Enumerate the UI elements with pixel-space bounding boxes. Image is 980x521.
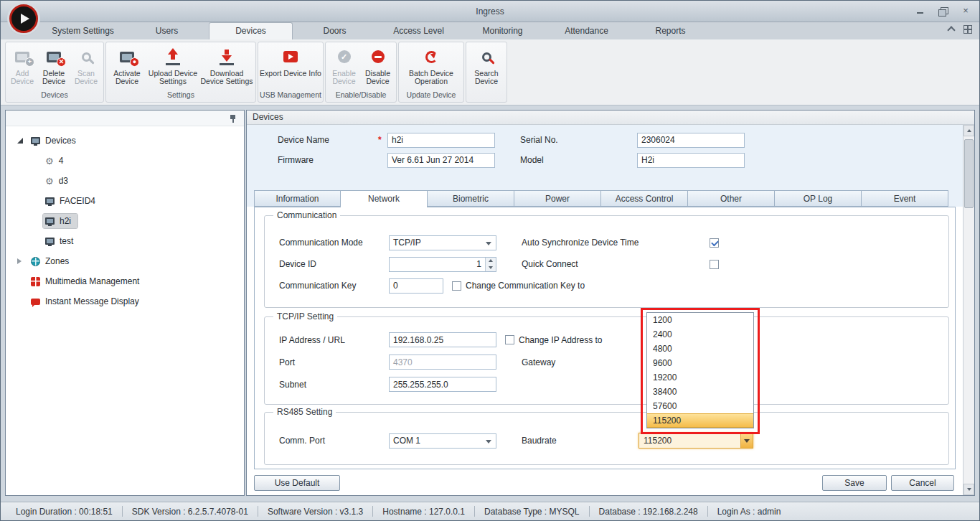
use-default-button[interactable]: Use Default — [254, 475, 340, 491]
tab-monitoring[interactable]: Monitoring — [461, 22, 545, 39]
sidebar-item-d3[interactable]: ⚙d3 — [6, 171, 244, 191]
tab-reports[interactable]: Reports — [628, 22, 712, 39]
tab-network[interactable]: Network — [341, 190, 428, 207]
delete-device-icon: ✕ — [47, 46, 61, 67]
sidebar-item-devices[interactable]: Devices — [6, 131, 244, 151]
tab-doors[interactable]: Doors — [293, 22, 377, 39]
layout-grid-icon[interactable] — [963, 25, 972, 34]
add-device-button[interactable]: + Add Device — [7, 44, 37, 90]
cancel-button[interactable]: Cancel — [891, 475, 954, 491]
sidebar-item-h2i[interactable]: h2i — [6, 211, 244, 231]
tab-system-settings[interactable]: System Settings — [41, 22, 125, 39]
collapse-ribbon-icon[interactable] — [948, 25, 955, 32]
scroll-down-button[interactable] — [963, 484, 974, 495]
tab-other[interactable]: Other — [688, 190, 775, 207]
baudrate-option-115200-selected[interactable]: 115200 — [647, 413, 753, 428]
change-communication-key-checkbox[interactable] — [452, 281, 461, 291]
stepper-down-icon[interactable] — [486, 264, 496, 271]
comm-port-select[interactable]: COM 1 — [389, 433, 496, 449]
tab-attendance[interactable]: Attendance — [545, 22, 628, 39]
sidebar-item-multimedia-management[interactable]: Multimedia Management — [6, 271, 244, 291]
workspace: Devices ⚙4 ⚙d3 FACEID4 h2i test — [1, 108, 979, 502]
sidebar-item-zones[interactable]: Zones — [6, 251, 244, 271]
baudrate-combobox[interactable]: 115200 — [639, 433, 753, 449]
baudrate-label: Baudrate — [522, 436, 639, 446]
ribbon-group-settings: ● Activate Device Upload Device Settings… — [105, 42, 256, 103]
ribbon-tab-bar: System Settings Users Devices Doors Acce… — [1, 22, 979, 39]
communication-key-input[interactable]: 0 — [389, 278, 443, 294]
sidebar-item-4[interactable]: ⚙4 — [6, 151, 244, 171]
minimize-button[interactable] — [913, 4, 926, 17]
disable-device-button[interactable]: Disable Device — [361, 44, 395, 90]
download-device-settings-button[interactable]: Download Device Settings — [199, 44, 254, 90]
model-input[interactable]: H2i — [637, 153, 745, 168]
ribbon-group-usb: Export Device Info USB Management — [258, 42, 324, 103]
close-button[interactable]: × — [959, 4, 972, 17]
vertical-scrollbar[interactable] — [963, 125, 974, 495]
scroll-track[interactable] — [963, 136, 974, 484]
collapse-icon[interactable] — [17, 258, 29, 264]
sidebar-item-test[interactable]: test — [6, 231, 244, 251]
baudrate-option-1200[interactable]: 1200 — [647, 313, 753, 327]
status-database: Database : 192.168.2.248 — [590, 507, 707, 517]
port-input[interactable]: 4370 — [389, 355, 496, 370]
status-bar: Login Duration : 00:18:51 SDK Version : … — [1, 502, 979, 520]
tab-power[interactable]: Power — [514, 190, 601, 207]
baudrate-option-57600[interactable]: 57600 — [647, 399, 753, 413]
restore-button[interactable] — [936, 4, 949, 17]
ip-address-input[interactable]: 192.168.0.25 — [389, 332, 496, 347]
subnet-input[interactable]: 255.255.255.0 — [389, 377, 496, 392]
tab-op-log[interactable]: OP Log — [775, 190, 862, 207]
upload-device-settings-button[interactable]: Upload Device Settings — [146, 44, 199, 90]
search-device-button[interactable]: Search Device — [468, 44, 505, 90]
group-label-update-device: Update Device — [399, 90, 463, 102]
sidebar-item-faceid4[interactable]: FACEID4 — [6, 191, 244, 211]
tab-biometric[interactable]: Biometric — [428, 190, 514, 207]
tab-users[interactable]: Users — [125, 22, 209, 39]
quick-connect-label: Quick Connect — [522, 259, 710, 269]
combo-dropdown-button[interactable] — [740, 433, 753, 448]
baudrate-option-9600[interactable]: 9600 — [647, 356, 753, 370]
tab-devices[interactable]: Devices — [209, 22, 293, 39]
firmware-input[interactable]: Ver 6.61 Jun 27 2014 — [387, 153, 495, 168]
communication-mode-label: Communication Mode — [279, 238, 389, 248]
batch-device-operation-button[interactable]: Batch Device Operation — [400, 44, 462, 90]
group-label-enable-disable: Enable/Disable — [326, 90, 396, 102]
baudrate-option-2400[interactable]: 2400 — [647, 327, 753, 342]
pin-icon[interactable] — [229, 114, 237, 123]
device-id-stepper[interactable]: 1 — [389, 257, 496, 272]
comm-port-label: Comm. Port — [279, 436, 389, 446]
tab-information[interactable]: Information — [254, 190, 341, 207]
message-icon — [31, 299, 40, 305]
tab-event[interactable]: Event — [862, 190, 948, 207]
change-ip-checkbox[interactable] — [505, 335, 514, 344]
device-icon — [45, 238, 55, 245]
footer-buttons: Use Default Save Cancel — [254, 475, 956, 491]
expand-icon[interactable] — [17, 138, 29, 144]
delete-device-button[interactable]: ✕ Delete Device — [37, 44, 70, 90]
ribbon-group-devices: + Add Device ✕ Delete Device Scan Device… — [5, 42, 104, 103]
scroll-up-button[interactable] — [963, 125, 974, 136]
device-name-input[interactable]: h2i — [387, 133, 495, 148]
scan-device-button[interactable]: Scan Device — [70, 44, 102, 90]
serial-no-input[interactable]: 2306024 — [637, 133, 745, 148]
quick-connect-checkbox[interactable] — [710, 260, 719, 269]
activate-device-button[interactable]: ● Activate Device — [108, 44, 146, 90]
export-device-info-button[interactable]: Export Device Info — [260, 44, 321, 90]
enable-device-button[interactable]: ✓ Enable Device — [327, 44, 361, 90]
communication-mode-select[interactable]: TCP/IP — [389, 235, 496, 250]
save-button[interactable]: Save — [822, 475, 887, 491]
tab-access-control[interactable]: Access Control — [601, 190, 688, 207]
main-panel: Devices Device Name * h2i Serial No. 230… — [246, 110, 975, 496]
status-login-as: Login As : admin — [708, 507, 791, 517]
auto-sync-checkbox[interactable] — [710, 238, 719, 248]
sidebar-item-instant-message-display[interactable]: Instant Message Display — [6, 291, 244, 311]
baudrate-option-19200[interactable]: 19200 — [647, 370, 753, 385]
baudrate-option-38400[interactable]: 38400 — [647, 385, 753, 399]
app-window: Ingress × System Settings Users Devices … — [0, 0, 980, 521]
baudrate-option-4800[interactable]: 4800 — [647, 342, 753, 356]
tab-access-level[interactable]: Access Level — [377, 22, 461, 39]
scroll-thumb[interactable] — [964, 139, 974, 208]
disable-device-icon — [372, 46, 385, 67]
stepper-up-icon[interactable] — [486, 258, 496, 265]
